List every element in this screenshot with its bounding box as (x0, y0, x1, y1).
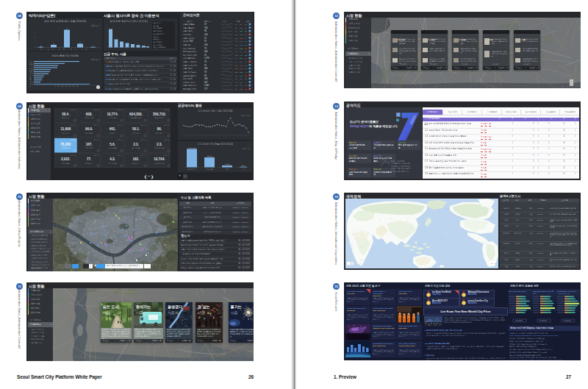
svg-text:자세히보기 ›: 자세히보기 › (539, 320, 549, 321)
svg-text:자세히보기 ›: 자세히보기 › (514, 320, 525, 321)
svg-text:1,092: 1,092 (204, 84, 209, 87)
svg-text:83: 83 (245, 65, 247, 67)
svg-text:31: 31 (235, 85, 237, 87)
svg-text:96.0.: 96.0. (85, 127, 93, 131)
svg-text:공공와이파이: 공공와이파이 (154, 117, 164, 118)
svg-text:------: ------ (209, 51, 213, 53)
svg-text:21: 21 (245, 78, 247, 80)
svg-text:단위: 건: 단위: 건 (163, 109, 168, 110)
svg-text:------: ------ (209, 40, 213, 43)
svg-text:45: 45 (245, 71, 247, 74)
svg-text:단위: 건: 단위: 건 (93, 124, 98, 126)
svg-text:기타: 기타 (241, 168, 245, 171)
svg-text:162: 162 (240, 65, 243, 67)
svg-text:381: 381 (240, 78, 243, 80)
svg-text:144: 144 (204, 33, 208, 36)
svg-text:단위: 건: 단위: 건 (117, 154, 122, 156)
svg-text:11,698: 11,698 (60, 127, 71, 131)
svg-text:4.3.: 4.3. (110, 157, 115, 161)
svg-text:604,300.: 604,300. (129, 113, 143, 116)
svg-text:기타J: 기타J (29, 81, 33, 82)
svg-text:------: ------ (209, 61, 213, 63)
svg-text:25: 25 (204, 54, 207, 57)
svg-text:62: 62 (240, 61, 242, 63)
svg-text:83: 83 (235, 75, 237, 77)
svg-text:95: 95 (235, 44, 237, 46)
svg-text:20: 20 (245, 48, 247, 50)
svg-text:항주민결로: 항주민결로 (183, 78, 193, 80)
svg-text:서울시모도시수: 서울시모도시수 (183, 84, 197, 87)
svg-text:물가 상승률: 물가 상승률 (132, 147, 140, 149)
svg-text:31: 31 (245, 68, 247, 70)
svg-text:89: 89 (204, 74, 207, 77)
svg-text:41: 41 (235, 51, 237, 53)
svg-text:17: 17 (235, 88, 237, 90)
svg-text:109: 109 (240, 68, 243, 70)
svg-text:78: 78 (204, 71, 207, 74)
svg-text:------: ------ (209, 38, 213, 40)
svg-text:54: 54 (245, 27, 247, 29)
svg-text:------: ------ (209, 82, 213, 84)
svg-text:85: 85 (245, 75, 247, 77)
svg-text:78: 78 (204, 47, 207, 50)
svg-text:744: 744 (204, 26, 208, 29)
svg-text:359,710.: 359,710. (152, 113, 165, 116)
svg-text:서울시가복금인: 서울시가복금인 (183, 71, 197, 74)
svg-text:단위: 건: 단위: 건 (70, 154, 75, 156)
svg-text:37: 37 (204, 64, 207, 67)
svg-text:공습격내림버리: 공습격내림버리 (183, 74, 197, 77)
svg-text:89: 89 (245, 51, 247, 53)
svg-text:278: 278 (240, 34, 243, 36)
svg-text:------: ------ (209, 24, 213, 26)
svg-text:37: 37 (204, 23, 207, 26)
svg-text:444: 444 (204, 67, 208, 70)
svg-text:77: 77 (240, 82, 242, 84)
svg-text:41,380: 41,380 (224, 163, 230, 165)
svg-text:단위: 건: 단위: 건 (140, 109, 146, 110)
svg-text:74: 74 (240, 51, 242, 53)
svg-text:11: 11 (235, 78, 237, 80)
svg-text:버스 노선수: 버스 노선수 (61, 132, 70, 134)
svg-text:27: 27 (245, 30, 247, 32)
svg-text:71: 71 (235, 82, 237, 84)
svg-text:116: 116 (240, 57, 243, 60)
svg-text:뉴스C: 뉴스C (29, 65, 34, 67)
svg-text:19: 19 (235, 61, 237, 63)
svg-text:295: 295 (240, 38, 243, 40)
svg-text:50.1.: 50.1. (132, 127, 139, 131)
svg-text:경제 성장률: 경제 성장률 (108, 163, 117, 164)
svg-text:금: 금 (29, 85, 32, 88)
svg-text:8,214: 8,214 (241, 165, 246, 167)
svg-text:326: 326 (240, 30, 243, 32)
svg-text:78: 78 (204, 60, 207, 63)
svg-text:SNS D: SNS D (29, 68, 35, 69)
svg-text:62: 62 (235, 54, 237, 57)
svg-text:단위: 건: 단위: 건 (117, 139, 122, 140)
svg-text:단위: 건: 단위: 건 (140, 124, 146, 126)
svg-text:90: 90 (235, 40, 237, 43)
svg-text:------: ------ (209, 54, 213, 57)
svg-text:96: 96 (204, 29, 207, 32)
svg-text:서울시각일진: 서울시각일진 (183, 37, 195, 40)
svg-text:불편격료 그로우: 불편격료 그로우 (183, 88, 197, 90)
svg-text:------: ------ (209, 34, 213, 36)
svg-text:310: 310 (240, 85, 243, 87)
svg-text:2,022.: 2,022. (60, 157, 70, 161)
svg-text:2.3.: 2.3. (133, 143, 139, 146)
svg-text:------: ------ (209, 65, 213, 67)
svg-text:461.: 461. (109, 127, 115, 131)
svg-text:68: 68 (235, 65, 237, 67)
svg-text:서울시 규모바우: 서울시 규모바우 (183, 60, 197, 63)
svg-text:10,704.: 10,704. (154, 157, 165, 161)
svg-text:------: ------ (209, 88, 213, 90)
svg-text:소방서 출동: 소방서 출동 (61, 163, 70, 164)
svg-text:단위: 건: 단위: 건 (117, 109, 122, 110)
svg-text:10: 10 (235, 57, 237, 60)
svg-text:서울시도: 서울시도 (183, 43, 191, 46)
svg-text:98: 98 (235, 68, 237, 70)
svg-text:, 2017 seoul 6th: , 2017 seoul 6th (557, 293, 570, 295)
svg-text:52: 52 (245, 54, 247, 57)
svg-text:단위: 건: 단위: 건 (163, 124, 168, 126)
svg-text:------: ------ (209, 75, 213, 77)
svg-text:서울시통금년: 서울시통금년 (183, 26, 195, 29)
